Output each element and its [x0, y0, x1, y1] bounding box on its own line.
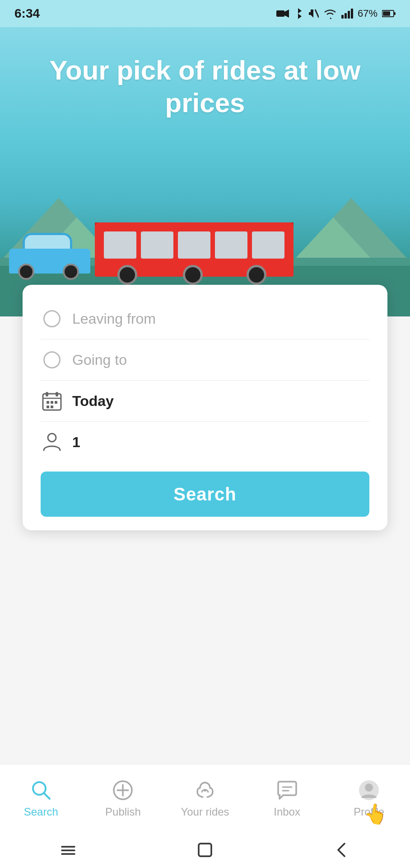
search-button[interactable]: Search [41, 472, 369, 517]
profile-icon [358, 779, 380, 802]
nav-item-inbox[interactable]: Inbox [246, 774, 328, 823]
wifi-icon [323, 8, 337, 19]
going-to-icon [41, 349, 63, 371]
svg-line-2 [315, 9, 319, 18]
recent-apps-icon [60, 843, 76, 857]
bus-wheel-right [247, 265, 266, 285]
search-nav-icon [29, 778, 53, 802]
home-icon [197, 842, 213, 858]
status-icons: 67% [276, 7, 396, 20]
nav-item-search[interactable]: Search [0, 774, 82, 823]
svg-rect-8 [394, 12, 396, 15]
back-button[interactable] [328, 836, 355, 863]
svg-rect-12 [46, 392, 48, 396]
system-nav-bar [0, 832, 410, 868]
svg-rect-3 [341, 15, 344, 19]
nav-item-your-rides[interactable]: Your rides [164, 774, 246, 823]
svg-rect-6 [351, 9, 353, 19]
svg-point-19 [48, 434, 56, 442]
svg-rect-15 [51, 401, 53, 404]
inbox-nav-icon [275, 778, 299, 802]
svg-line-21 [44, 793, 50, 799]
nav-label-publish: Publish [105, 806, 141, 818]
nav-label-inbox: Inbox [274, 806, 300, 818]
date-text: Today [72, 393, 114, 410]
svg-rect-18 [51, 406, 53, 408]
recent-apps-button[interactable] [55, 836, 82, 863]
bus-windows [104, 231, 284, 259]
svg-rect-17 [47, 406, 49, 408]
home-button[interactable] [191, 836, 219, 863]
bus-window-2 [141, 231, 173, 259]
calendar-icon [42, 391, 62, 411]
bus-wheel-left [117, 265, 137, 285]
bottom-nav: Search Publish Your rides [0, 764, 410, 832]
circle-dot-icon-2 [43, 351, 61, 368]
bus-window-4 [215, 231, 247, 259]
car-blue [9, 235, 90, 274]
status-time: 6:34 [14, 6, 40, 21]
car-wheel-left [18, 264, 34, 280]
passengers-row[interactable]: 1 [41, 422, 369, 462]
message-icon [276, 779, 298, 802]
svg-rect-5 [348, 11, 350, 19]
mute-icon [307, 8, 319, 19]
svg-rect-14 [47, 401, 49, 404]
profile-nav-icon [357, 778, 381, 802]
bus-window-3 [178, 231, 210, 259]
leaving-from-icon [41, 307, 63, 330]
bus-window-1 [104, 231, 136, 259]
svg-rect-4 [345, 13, 347, 19]
your-rides-nav-icon [193, 778, 217, 802]
rides-icon [194, 779, 216, 802]
calendar-icon-wrap [41, 390, 63, 412]
bus-window-5 [252, 231, 284, 259]
svg-rect-0 [276, 10, 284, 17]
passenger-icon-wrap [41, 431, 63, 453]
svg-rect-9 [383, 11, 390, 16]
cursor-hand: 👆 [362, 801, 389, 827]
back-icon [335, 842, 348, 858]
battery-text: 67% [358, 8, 377, 19]
bluetooth-icon [294, 7, 303, 20]
leaving-from-text: Leaving from [72, 311, 156, 327]
svg-marker-1 [284, 9, 289, 18]
circle-dot-icon [43, 310, 61, 327]
car-wheel-right [63, 264, 79, 280]
hero-title: Your pick of rides at low prices [0, 27, 410, 119]
battery-icon [382, 9, 396, 18]
date-row[interactable]: Today [41, 381, 369, 422]
publish-nav-icon [111, 778, 135, 802]
bus-wheel-middle [183, 265, 203, 285]
svg-point-29 [365, 783, 373, 792]
going-to-row[interactable]: Going to [41, 340, 369, 381]
signal-icon [341, 9, 353, 19]
plus-circle-icon [112, 779, 134, 802]
svg-rect-13 [56, 392, 58, 396]
going-to-text: Going to [72, 352, 127, 368]
svg-point-25 [204, 789, 206, 792]
passengers-text: 1 [72, 434, 80, 451]
search-card: Leaving from Going to Today [23, 285, 387, 530]
status-bar: 6:34 67% [0, 0, 410, 27]
search-icon [30, 779, 52, 802]
leaving-from-row[interactable]: Leaving from [41, 298, 369, 340]
svg-rect-33 [199, 844, 211, 856]
person-icon [42, 432, 62, 452]
nav-label-your-rides: Your rides [181, 806, 229, 818]
svg-rect-16 [55, 401, 57, 404]
bus [95, 204, 294, 277]
nav-item-publish[interactable]: Publish [82, 774, 164, 823]
camera-icon [276, 9, 289, 19]
hero-section: Your pick of rides at low prices [0, 27, 410, 316]
nav-label-search: Search [24, 806, 58, 818]
